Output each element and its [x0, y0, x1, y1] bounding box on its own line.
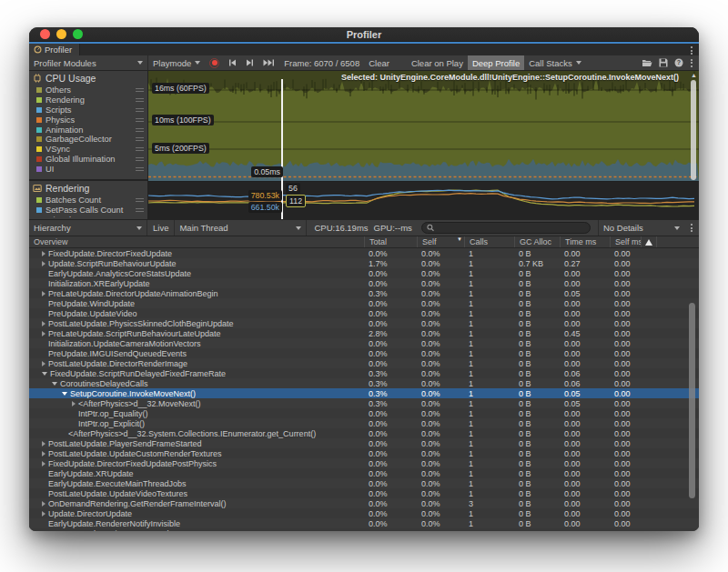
load-profile-button[interactable]	[640, 58, 654, 67]
table-row[interactable]: PreLateUpdate.ScriptRunBehaviourLateUpda…	[29, 328, 699, 338]
column-self[interactable]: Self▼	[417, 236, 464, 247]
tree-toggle-icon[interactable]	[52, 382, 57, 386]
cpu-usage-header[interactable]: CPU Usage	[29, 71, 147, 85]
tree-toggle-icon[interactable]	[42, 251, 46, 256]
table-row[interactable]: CoroutinesDelayedCalls0.3%0.0%10 B0.060.…	[29, 378, 699, 388]
drag-handle-icon[interactable]	[136, 167, 144, 171]
table-row[interactable]: PreUpdate.WindUpdate0.0%0.0%10 B0.000.00	[29, 298, 699, 308]
tree-toggle-icon[interactable]	[42, 501, 46, 507]
legend-item[interactable]: Others	[29, 85, 147, 95]
table-row[interactable]: EarlyUpdate.AnalyticsCoreStatsUpdate0.0%…	[29, 268, 699, 278]
table-row[interactable]: PreUpdate.UpdateVideo0.0%0.0%10 B0.000.0…	[29, 308, 699, 318]
tree-toggle-icon[interactable]	[42, 261, 46, 266]
table-row[interactable]: PostLateUpdate.DirectorRenderImage0.0%0.…	[29, 358, 699, 368]
table-row[interactable]: EarlyUpdate.XRUpdate0.0%0.0%10 B0.000.00	[29, 468, 699, 478]
tree-toggle-icon[interactable]	[42, 291, 46, 296]
drag-handle-icon[interactable]	[136, 137, 144, 141]
record-button[interactable]	[205, 55, 224, 70]
table-row[interactable]: EarlyUpdate.RendererNotifyInvisible0.0%0…	[29, 518, 699, 528]
legend-item[interactable]: Scripts	[29, 105, 147, 115]
drag-handle-icon[interactable]	[136, 108, 144, 112]
tab-profiler[interactable]: Profiler	[29, 44, 80, 55]
chart-scrollbar[interactable]	[691, 80, 696, 180]
tree-toggle-icon[interactable]	[42, 441, 46, 447]
table-row[interactable]: PreLateUpdate.DirectorUpdateAnimationBeg…	[29, 288, 699, 298]
clear-button[interactable]: Clear	[364, 55, 394, 70]
drag-handle-icon[interactable]	[136, 198, 144, 202]
tree-toggle-icon[interactable]	[72, 401, 76, 406]
drag-handle-icon[interactable]	[136, 98, 144, 102]
drag-handle-icon[interactable]	[136, 157, 144, 161]
table-row[interactable]: Initialization.UpdateCameraMotionVectors…	[29, 338, 699, 348]
next-frame-button[interactable]	[241, 55, 258, 70]
tree-toggle-icon[interactable]	[42, 531, 46, 532]
table-row[interactable]: IntPtr.op_Explicit()0.0%0.0%10 B0.000.00	[29, 418, 699, 428]
save-profile-button[interactable]	[657, 58, 670, 67]
table-row[interactable]: <AfterPhysics>d__32.MoveNext()0.3%0.0%10…	[29, 398, 699, 408]
drag-handle-icon[interactable]	[136, 147, 144, 151]
table-row[interactable]: Update.DirectorUpdate0.0%0.0%10 B0.000.0…	[29, 508, 699, 518]
table-scrollbar[interactable]	[689, 303, 695, 498]
table-row[interactable]: FixedUpdate.DirectorFixedUpdate0.0%0.0%1…	[29, 248, 699, 258]
table-row[interactable]: Initialization.XREarlyUpdate0.0%0.0%10 B…	[29, 278, 699, 288]
column-self-ms[interactable]: Self ms	[610, 236, 641, 247]
table-row[interactable]: OnDemandRendering.GetRenderFrameInterval…	[29, 498, 699, 508]
legend-item[interactable]: UI	[29, 164, 147, 174]
tree-toggle-icon[interactable]	[42, 461, 46, 467]
tree-toggle-icon[interactable]	[62, 392, 67, 396]
profiler-modules-dropdown[interactable]: Profiler Modules	[29, 55, 148, 70]
live-toggle[interactable]: Live	[147, 220, 175, 236]
details-dropdown[interactable]: No Details	[598, 220, 684, 236]
tree-toggle-icon[interactable]	[42, 451, 46, 457]
rendering-chart[interactable]: 56 112 780.53k 661.50k	[148, 181, 699, 219]
tree-toggle-icon[interactable]	[42, 331, 46, 336]
tab-kebab-menu[interactable]	[688, 45, 695, 56]
help-button[interactable]: ?	[672, 58, 685, 67]
tree-toggle-icon[interactable]	[42, 361, 46, 366]
legend-item[interactable]: VSync	[29, 145, 147, 155]
drag-handle-icon[interactable]	[136, 208, 144, 212]
table-row[interactable]: PostLateUpdate.UpdateVideoTextures0.0%0.…	[29, 488, 699, 498]
drag-handle-icon[interactable]	[136, 88, 144, 92]
column-calls[interactable]: Calls	[464, 236, 514, 247]
legend-item[interactable]: GarbageCollector	[29, 135, 147, 145]
search-input[interactable]	[437, 224, 585, 233]
chart-scroll-up-icon[interactable]: ▲	[691, 72, 697, 78]
tree-toggle-icon[interactable]	[42, 511, 46, 517]
drag-handle-icon[interactable]	[136, 118, 144, 122]
call-stacks-dropdown[interactable]: Call Stacks	[524, 55, 586, 70]
table-row[interactable]: <AfterPhysics>d__32.System.Collections.I…	[29, 428, 699, 438]
table-row[interactable]: FixedUpdate.ScriptRunDelayedFixedFrameRa…	[29, 368, 699, 378]
column-warnings[interactable]	[641, 236, 656, 247]
prev-frame-button[interactable]	[224, 55, 241, 70]
table-row[interactable]: Update.ScriptRunBehaviourUpdate1.7%0.0%1…	[29, 258, 699, 268]
deep-profile-toggle[interactable]: Deep Profile	[468, 55, 524, 70]
table-row[interactable]: EarlyUpdate.ExecuteMainThreadJobs0.0%0.0…	[29, 478, 699, 488]
chart-area[interactable]: Selected: UnityEngine.CoreModule.dll!Uni…	[148, 71, 699, 219]
current-frame-button[interactable]	[258, 55, 279, 70]
table-row[interactable]: PostLateUpdate.DirectorLateUpdate0.0%0.0…	[29, 528, 699, 531]
legend-item[interactable]: Animation	[29, 125, 147, 135]
view-mode-dropdown[interactable]: Hierarchy	[29, 220, 147, 236]
table-row[interactable]: IntPtr.op_Equality()0.0%0.0%10 B0.000.00	[29, 408, 699, 418]
legend-item[interactable]: Batches Count	[29, 196, 147, 206]
rendering-header[interactable]: Rendering	[29, 181, 147, 196]
tree-toggle-icon[interactable]	[42, 372, 47, 376]
legend-item[interactable]: SetPass Calls Count	[29, 206, 147, 216]
table-row-selected[interactable]: SetupCoroutine.InvokeMoveNext()0.3%0.0%1…	[29, 388, 699, 398]
table-row[interactable]: PostLateUpdate.PlayerSendFrameStarted0.0…	[29, 438, 699, 448]
playmode-dropdown[interactable]: Playmode	[148, 55, 205, 70]
legend-item[interactable]: Physics	[29, 115, 147, 125]
table-row[interactable]: PreUpdate.IMGUISendQueuedEvents0.0%0.0%1…	[29, 348, 699, 358]
cpu-usage-chart[interactable]: 16ms (60FPS) 10ms (100FPS) 5ms (200FPS) …	[148, 71, 699, 181]
column-gc-alloc[interactable]: GC Alloc	[514, 236, 560, 247]
hierarchy-kebab-menu[interactable]	[688, 222, 695, 234]
drag-handle-icon[interactable]	[136, 128, 144, 132]
column-time-ms[interactable]: Time ms	[560, 236, 610, 247]
toolbar-kebab-menu[interactable]	[688, 57, 695, 69]
thread-dropdown[interactable]: Main Thread	[175, 220, 307, 236]
table-row[interactable]: FixedUpdate.DirectorFixedUpdatePostPhysi…	[29, 458, 699, 468]
legend-item[interactable]: Rendering	[29, 95, 147, 105]
clear-on-play-toggle[interactable]: Clear on Play	[407, 55, 468, 70]
table-row[interactable]: PostLateUpdate.UpdateCustomRenderTexture…	[29, 448, 699, 458]
